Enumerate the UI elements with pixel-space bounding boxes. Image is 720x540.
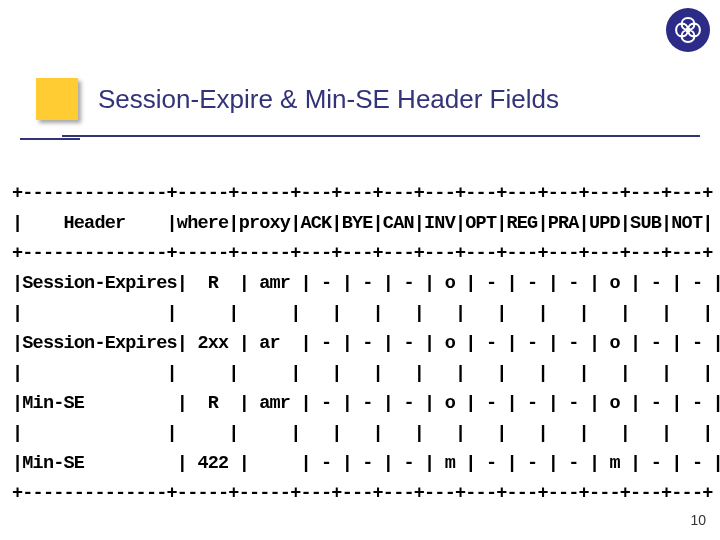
title-underline-short [20,138,80,140]
svg-point-0 [685,27,690,32]
title-underline-long [62,135,700,137]
network-knot-logo-icon [671,13,705,47]
header-fields-table: +--------------+-----+-----+---+---+---+… [12,179,708,509]
brand-logo [666,8,710,52]
title-bullet-square [36,78,78,120]
page-number: 10 [690,512,706,528]
slide-title-block: Session-Expire & Min-SE Header Fields [20,78,700,140]
slide-title: Session-Expire & Min-SE Header Fields [98,84,559,115]
